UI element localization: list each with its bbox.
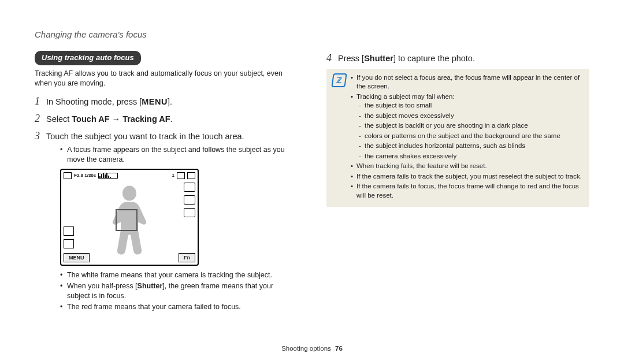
shot-count: 1 bbox=[172, 173, 174, 179]
note-item: Tracking a subject may fail when: the su… bbox=[351, 92, 584, 161]
page-number: 76 bbox=[335, 345, 343, 352]
note-icon-col: ℤ bbox=[332, 73, 346, 202]
note-sublist: the subject is too small the subject mov… bbox=[359, 101, 584, 161]
note-2-text: Tracking a subject may fail when: bbox=[356, 93, 455, 100]
step-number: 3 bbox=[35, 129, 46, 143]
histogram-icon bbox=[98, 173, 118, 179]
step-3-sub-item: A focus frame appears on the subject and… bbox=[60, 145, 298, 165]
lcd-fn-label: Fn bbox=[179, 253, 195, 262]
note-sub-item: colors or patterns on the subject and th… bbox=[359, 132, 584, 141]
note-icon: ℤ bbox=[331, 73, 347, 87]
step-4-post: ] to capture the photo. bbox=[393, 54, 475, 63]
note-sub-item: the subject moves excessively bbox=[359, 112, 584, 121]
card-icon bbox=[177, 172, 185, 179]
lcd-illustration: F2.8 1/30s 1 bbox=[60, 169, 298, 266]
step-4-pre: Press [ bbox=[338, 54, 364, 63]
note-sub-item: the subject is too small bbox=[359, 101, 584, 110]
step-1-pre: In Shooting mode, press [ bbox=[46, 97, 142, 106]
frame-notes: The white frame means that your camera i… bbox=[60, 270, 298, 312]
frame-note-red: The red frame means that your camera fai… bbox=[60, 302, 298, 312]
note-item: If the camera fails to track the subject… bbox=[351, 172, 584, 181]
lcd-screen: F2.8 1/30s 1 bbox=[60, 169, 199, 266]
note-box: ℤ If you do not select a focus area, the… bbox=[326, 69, 589, 207]
battery-icon bbox=[187, 172, 195, 179]
lcd-menu-label: MENU bbox=[64, 253, 90, 262]
lcd-bottom: MENU Fn bbox=[64, 253, 195, 262]
timer-icon bbox=[184, 195, 195, 205]
step-2-post: . bbox=[170, 114, 173, 124]
frame-note-green: When you half-press [Shutter], the green… bbox=[60, 281, 298, 301]
note-sub-item: the subject is backlit or you are shooti… bbox=[359, 121, 584, 131]
content-columns: Using tracking auto focus Tracking AF al… bbox=[35, 51, 589, 317]
step-3-sub: A focus frame appears on the subject and… bbox=[60, 145, 298, 165]
note-item: When tracking fails, the feature will be… bbox=[351, 162, 584, 171]
footer-section: Shooting options bbox=[281, 345, 331, 352]
page-title: Changing the camera's focus bbox=[35, 29, 589, 40]
step-2-pre: Select bbox=[46, 114, 72, 124]
step-list-right: 4 Press [Shutter] to capture the photo. bbox=[326, 51, 589, 65]
fn-b-bold: Shutter bbox=[138, 282, 163, 290]
exposure-readout: F2.8 1/30s bbox=[74, 173, 96, 179]
macro-icon bbox=[184, 208, 195, 217]
section-heading: Using tracking auto focus bbox=[35, 51, 141, 65]
left-column: Using tracking auto focus Tracking AF al… bbox=[35, 51, 298, 317]
step-4: Press [Shutter] to capture the photo. bbox=[338, 53, 589, 65]
manual-page: Changing the camera's focus Using tracki… bbox=[0, 0, 624, 364]
right-column: 4 Press [Shutter] to capture the photo. … bbox=[326, 51, 589, 317]
af-mode-icon bbox=[64, 226, 74, 236]
note-sub-item: the camera shakes excessively bbox=[359, 152, 584, 161]
step-2: Select Touch AF → Tracking AF. bbox=[46, 114, 298, 125]
step-4-bold: Shutter bbox=[364, 54, 393, 63]
step-2-bold: Touch AF → Tracking AF bbox=[72, 114, 170, 124]
step-1-post: ]. bbox=[168, 97, 172, 106]
step-number: 1 bbox=[35, 94, 46, 108]
mode-icon bbox=[64, 172, 72, 179]
lcd-right-icons bbox=[184, 183, 195, 217]
lcd-topbar: F2.8 1/30s 1 bbox=[64, 172, 195, 179]
page-footer: Shooting options 76 bbox=[0, 344, 624, 354]
step-3-text: Touch the subject you want to track in t… bbox=[46, 132, 244, 141]
step-list: 1 In Shooting mode, press [MENU]. 2 Sele… bbox=[35, 94, 298, 313]
frame-note-white: The white frame means that your camera i… bbox=[60, 270, 298, 280]
lcd-left-icons bbox=[64, 226, 74, 248]
step-number: 4 bbox=[326, 51, 338, 65]
menu-glyph: MENU bbox=[142, 97, 168, 106]
step-number: 2 bbox=[35, 112, 46, 125]
intro-text: Tracking AF allows you to track and auto… bbox=[35, 69, 298, 88]
step-3: Touch the subject you want to track in t… bbox=[46, 131, 298, 313]
note-item: If you do not select a focus area, the f… bbox=[351, 73, 584, 91]
fn-b-pre: When you half-press [ bbox=[67, 282, 138, 290]
note-item: If the camera fails to focus, the focus … bbox=[351, 182, 584, 200]
focus-area-icon bbox=[64, 239, 74, 248]
step-1: In Shooting mode, press [MENU]. bbox=[46, 96, 298, 108]
note-sub-item: the subject includes horizontal patterns… bbox=[359, 142, 584, 151]
focus-frame bbox=[116, 209, 138, 231]
note-list: If you do not select a focus area, the f… bbox=[351, 73, 584, 202]
flash-icon bbox=[184, 183, 195, 192]
